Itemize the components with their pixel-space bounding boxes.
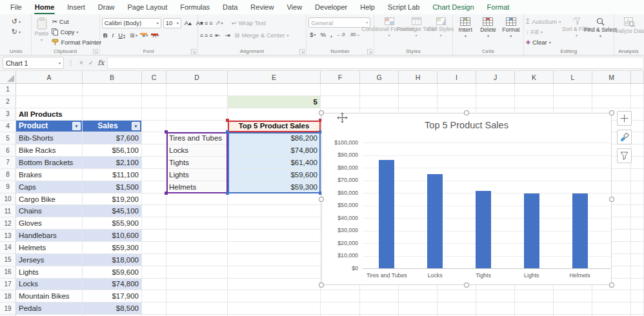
cell-D4[interactable] <box>166 121 228 133</box>
cell-L19[interactable] <box>554 302 592 315</box>
cell-E15[interactable] <box>228 254 321 266</box>
cell-A3[interactable]: All Products <box>16 108 83 121</box>
column-header-partial[interactable] <box>631 71 644 83</box>
row-header-17[interactable]: 17 <box>0 279 16 291</box>
cell-G1[interactable] <box>360 84 399 96</box>
cell-E4[interactable]: Top 5 Product Sales <box>228 121 321 133</box>
cell-partial[interactable] <box>631 205 644 217</box>
cell-D5[interactable]: Tires and Tubes <box>166 132 228 144</box>
format-painter-button[interactable]: Format Painter <box>52 37 101 47</box>
cell-E10[interactable] <box>228 193 321 206</box>
cell-B14[interactable]: $59,300 <box>83 242 142 254</box>
chart-resize-handle[interactable] <box>319 197 324 202</box>
row-header-16[interactable]: 16 <box>0 266 16 279</box>
chart-filters-button[interactable] <box>617 148 632 163</box>
row-header-2[interactable]: 2 <box>0 96 16 108</box>
ribbon-tab-formulas[interactable]: Formulas <box>174 0 216 14</box>
cell-E7[interactable]: $61,400 <box>228 157 321 169</box>
cell-G2[interactable] <box>360 96 399 108</box>
cell-D10[interactable] <box>166 193 228 206</box>
column-header-K[interactable]: K <box>515 71 554 83</box>
cell-partial[interactable] <box>631 266 644 279</box>
cell-partial[interactable] <box>631 290 644 302</box>
cell-A7[interactable]: Bottom Brackets <box>16 157 83 169</box>
chart-bar-tires-and-tubes[interactable] <box>379 160 394 268</box>
cell-D12[interactable] <box>166 217 228 230</box>
cell-M1[interactable] <box>592 84 631 96</box>
decrease-decimal-button[interactable]: .00→ <box>348 32 362 37</box>
chart-resize-handle[interactable] <box>609 282 614 288</box>
cell-J2[interactable] <box>476 96 515 108</box>
cell-E5[interactable]: $86,200 <box>228 132 321 144</box>
row-header-5[interactable]: 5 <box>0 132 16 144</box>
formula-input[interactable] <box>107 57 644 69</box>
cell-C18[interactable] <box>142 290 166 302</box>
column-header-M[interactable]: M <box>592 71 631 83</box>
align-middle-button[interactable]: ≡ <box>205 20 207 26</box>
ribbon-tab-insert[interactable]: Insert <box>61 0 92 14</box>
cell-E11[interactable] <box>228 205 321 217</box>
cell-I18[interactable] <box>438 290 476 302</box>
cell-partial[interactable] <box>631 96 644 108</box>
row-header-14[interactable]: 14 <box>0 242 16 254</box>
cell-A6[interactable]: Bike Racks <box>16 144 83 157</box>
cell-D7[interactable]: Tights <box>166 157 228 169</box>
cell-partial[interactable] <box>631 169 644 181</box>
cell-L2[interactable] <box>554 96 592 108</box>
confirm-entry-button[interactable]: ✓ <box>87 59 95 66</box>
cell-D15[interactable] <box>166 254 228 266</box>
cell-B3[interactable] <box>83 108 142 121</box>
cell-C15[interactable] <box>142 254 166 266</box>
cell-B4[interactable]: Sales▼ <box>83 121 142 133</box>
cell-B18[interactable]: $17,900 <box>83 290 142 302</box>
cell-D16[interactable] <box>166 266 228 279</box>
ribbon-tab-format[interactable]: Format <box>481 0 516 14</box>
cell-partial[interactable] <box>631 132 644 144</box>
cell-D18[interactable] <box>166 290 228 302</box>
column-header-F[interactable]: F <box>321 71 360 83</box>
cell-K2[interactable] <box>515 96 554 108</box>
dialog-launcher-icon[interactable]: ↘ <box>367 49 372 54</box>
cell-C16[interactable] <box>142 266 166 279</box>
cell-D13[interactable] <box>166 230 228 242</box>
bold-button[interactable]: B <box>102 32 109 39</box>
row-header-6[interactable]: 6 <box>0 144 16 157</box>
chart-resize-handle[interactable] <box>464 110 469 115</box>
insert-function-button[interactable]: fx <box>97 59 104 67</box>
cell-C2[interactable] <box>142 96 166 108</box>
cell-B12[interactable]: $55,900 <box>83 217 142 230</box>
cell-E1[interactable] <box>228 84 321 96</box>
format-cells-button[interactable]: Format▾ <box>501 16 521 39</box>
cell-C14[interactable] <box>142 242 166 254</box>
chart-bar-tights[interactable] <box>476 191 491 268</box>
cell-M2[interactable] <box>592 96 631 108</box>
cell-E19[interactable] <box>228 302 321 315</box>
cell-A2[interactable] <box>16 96 83 108</box>
cancel-entry-button[interactable]: × <box>78 59 85 66</box>
chart-styles-button[interactable] <box>617 130 632 144</box>
font-color-button[interactable]: A▾ <box>151 33 160 38</box>
cell-D19[interactable] <box>166 302 228 315</box>
cell-B16[interactable]: $59,600 <box>83 266 142 279</box>
cell-F19[interactable] <box>321 302 360 315</box>
column-header-A[interactable]: A <box>16 71 83 83</box>
decrease-indent-button[interactable]: ⇤ <box>214 32 221 39</box>
cell-partial[interactable] <box>631 302 644 315</box>
cell-C5[interactable] <box>142 132 166 144</box>
cell-F18[interactable] <box>321 290 360 302</box>
cell-partial[interactable] <box>631 84 644 96</box>
cell-A18[interactable]: Mountain Bikes <box>16 290 83 302</box>
cell-F1[interactable] <box>321 84 360 96</box>
ribbon-tab-script-lab[interactable]: Script Lab <box>381 0 427 14</box>
cell-J18[interactable] <box>476 290 515 302</box>
chart-resize-handle[interactable] <box>464 282 469 288</box>
borders-button[interactable]: ⊞▾ <box>128 32 139 39</box>
cell-B1[interactable] <box>83 84 142 96</box>
cell-partial[interactable] <box>631 230 644 242</box>
cell-D1[interactable] <box>166 84 228 96</box>
cell-H2[interactable] <box>399 96 438 108</box>
ribbon-tab-view[interactable]: View <box>280 0 308 14</box>
cell-K1[interactable] <box>515 84 554 96</box>
row-header-12[interactable]: 12 <box>0 217 16 230</box>
column-header-H[interactable]: H <box>399 71 438 83</box>
